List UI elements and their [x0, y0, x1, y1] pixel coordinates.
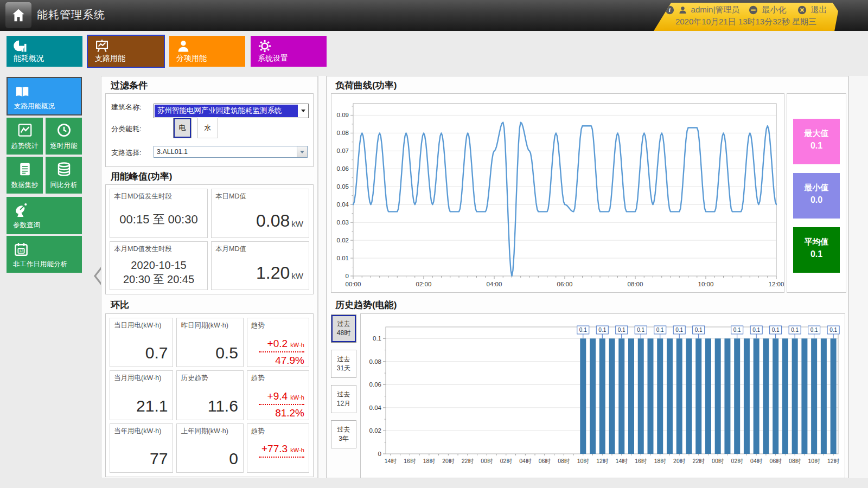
trend-delta-value: +77.3	[261, 443, 290, 454]
clock-icon	[56, 122, 72, 138]
trend-delta-unit: kW·h	[290, 394, 304, 401]
nav-tile-2[interactable]: 分项用能	[169, 36, 245, 67]
logout-button[interactable]: 退出	[810, 5, 827, 15]
svg-text:0.1: 0.1	[752, 327, 760, 333]
minimize-icon[interactable]	[749, 5, 758, 15]
stat-box-2: 平均值0.1	[793, 227, 840, 273]
svg-text:12: 12	[19, 249, 23, 253]
branch-select[interactable]: 3.ALL01.1	[154, 146, 308, 158]
svg-text:14时: 14时	[385, 458, 397, 464]
svg-text:0.08: 0.08	[337, 130, 349, 136]
peak-today-period-value: 00:15 至 00:30	[110, 211, 207, 228]
logout-icon[interactable]	[797, 5, 807, 15]
sidebar-item-6[interactable]: 12非工作日用能分析	[7, 236, 82, 273]
svg-text:08时: 08时	[558, 458, 570, 464]
database-icon	[56, 161, 72, 177]
building-select[interactable]: 苏州智能电网产业园建筑能耗监测系统	[154, 104, 309, 118]
trend-chart-icon	[17, 122, 33, 138]
peak-card-month-md: 本月MD值 1.20kW	[211, 241, 309, 291]
user-name: admin|管理员	[691, 5, 740, 15]
card-value: 0.5	[215, 344, 238, 362]
peak-today-md-value: 0.08	[256, 211, 290, 230]
calendar-icon: 12	[13, 241, 29, 258]
stat-box-0: 最大值0.1	[793, 119, 840, 164]
nav-tile-label: 分项用能	[176, 54, 207, 63]
datetime-text: 2020年10月21日 13时13分32秒 星期三	[654, 17, 838, 27]
svg-text:12时: 12时	[596, 458, 609, 464]
nav-tile-1[interactable]: 支路用能	[88, 36, 164, 67]
card-label: 昨日同期(kW·h)	[181, 321, 228, 330]
satellite-dish-icon	[13, 202, 29, 219]
home-button[interactable]	[5, 2, 31, 28]
load-curve-heading: 负荷曲线(功率)	[335, 79, 397, 92]
svg-text:18时: 18时	[423, 458, 436, 464]
svg-text:06时: 06时	[770, 458, 782, 464]
svg-text:0.06: 0.06	[337, 165, 349, 172]
svg-text:00:00: 00:00	[346, 281, 361, 287]
svg-text:14时: 14时	[616, 458, 628, 464]
range-button-31天[interactable]: 过去31天	[331, 350, 356, 378]
peak-card-today-md: 本日MD值 0.08kW	[211, 189, 309, 238]
minimize-button[interactable]: 最小化	[762, 5, 786, 15]
range-button-3年[interactable]: 过去3年	[331, 420, 356, 448]
sidebar-item-2[interactable]: 逐时用能	[46, 118, 82, 155]
document-icon	[17, 161, 33, 177]
stat-value: 0.1	[793, 249, 840, 259]
svg-text:0.1: 0.1	[656, 327, 664, 333]
trend-separator	[259, 404, 304, 405]
ring-compare-panel: 当日用电(kW·h)0.7昨日同期(kW·h)0.5趋势+0.2 kW·h47.…	[105, 313, 314, 477]
range-button-48时[interactable]: 过去48时	[331, 314, 356, 343]
trend-separator	[259, 351, 304, 352]
svg-text:0.1: 0.1	[373, 335, 381, 342]
nav-tile-label: 支路用能	[95, 54, 125, 63]
card-value: 77	[150, 450, 168, 468]
trend-delta-unit: kW·h	[290, 342, 304, 348]
gear-icon	[257, 38, 272, 54]
sidebar-item-label: 参数查询	[13, 221, 40, 229]
svg-text:04时: 04时	[750, 458, 763, 464]
card-value: 21.1	[136, 397, 168, 415]
svg-text:0.1: 0.1	[772, 327, 780, 333]
nav-tile-0[interactable]: 能耗概况	[7, 36, 82, 67]
trend-delta-unit: kW·h	[290, 447, 304, 453]
card-label: 历史趋势	[181, 374, 208, 383]
info-icon[interactable]: i	[665, 5, 674, 15]
sidebar-item-label: 逐时用能	[50, 142, 78, 150]
nav-tile-3[interactable]: 系统设置	[251, 36, 327, 67]
svg-text:16时: 16时	[404, 458, 416, 464]
sidebar-item-label: 非工作日用能分析	[13, 260, 67, 268]
card-value: 0.7	[145, 344, 168, 362]
card-label: 上年同期(kW·h)	[181, 427, 228, 436]
svg-text:0.02: 0.02	[337, 237, 349, 243]
nav-tile-label: 能耗概况	[14, 54, 44, 63]
svg-text:0.1: 0.1	[579, 327, 587, 333]
dropdown-arrow-icon	[297, 146, 307, 157]
nav-tile-label: 系统设置	[258, 54, 288, 63]
sidebar-item-0[interactable]: 支路用能概况	[7, 77, 82, 115]
energy-option-water[interactable]: 水	[197, 118, 218, 138]
branch-label: 支路选择:	[111, 148, 142, 158]
sidebar-item-3[interactable]: 数据集抄	[7, 157, 43, 194]
svg-text:0.02: 0.02	[369, 427, 381, 434]
value-card-row2-col0: 当年用电(kW·h)77	[110, 423, 173, 473]
trend-separator	[259, 457, 304, 458]
trend-delta-value: +9.4	[267, 390, 291, 402]
card-label: 趋势	[251, 427, 265, 436]
svg-text:0.04: 0.04	[337, 201, 349, 208]
stat-value: 0.0	[793, 195, 840, 205]
user-info-badge: i admin|管理员 最小化 退出 2020年10月21日 13时13分32秒…	[654, 3, 838, 31]
peak-month-md-unit: kW	[291, 271, 303, 280]
sidebar-item-4[interactable]: 同比分析	[46, 157, 82, 194]
energy-option-electric[interactable]: 电	[173, 118, 192, 138]
sidebar-item-label: 数据集抄	[11, 181, 39, 189]
history-trend-chart: 00.020.040.060.080.114时16时18时20时22时00时02…	[361, 314, 845, 478]
value-card-row1-col0: 当月用电(kW·h)21.1	[110, 370, 173, 420]
sidebar-item-5[interactable]: 参数查询	[7, 197, 82, 234]
svg-text:12:00: 12:00	[769, 281, 784, 287]
sidebar-item-label: 同比分析	[50, 181, 78, 189]
svg-text:0.03: 0.03	[337, 219, 349, 226]
range-button-12月[interactable]: 过去12月	[331, 385, 356, 413]
presentation-chart-icon	[94, 38, 110, 54]
sidebar-item-1[interactable]: 趋势统计	[7, 118, 43, 155]
svg-text:18时: 18时	[654, 458, 667, 464]
